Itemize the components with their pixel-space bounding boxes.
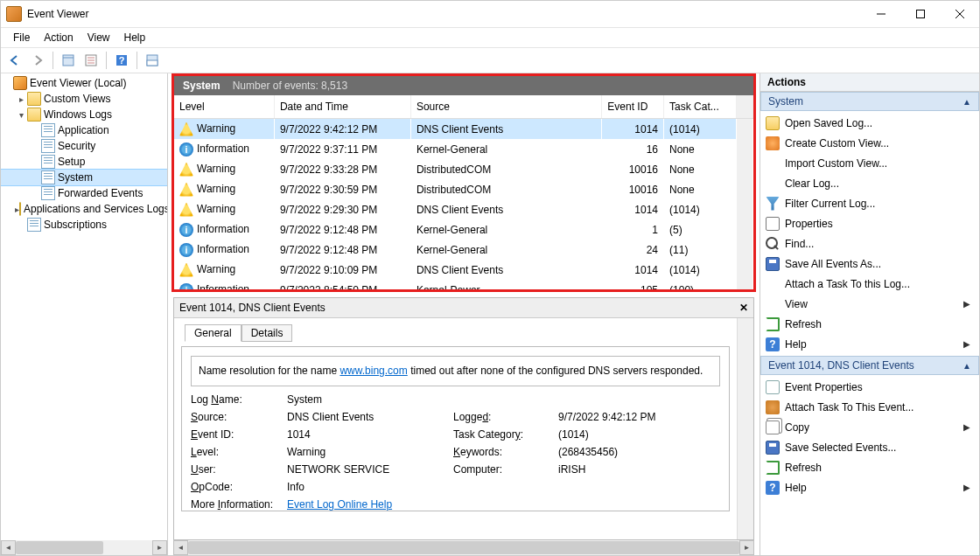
attach-icon <box>766 400 780 414</box>
log-icon <box>41 186 55 200</box>
submenu-arrow-icon: ▶ <box>963 422 970 432</box>
tree-item-applications-and-services-logs[interactable]: ▸Applications and Services Logs <box>1 201 167 217</box>
action-save-all-events-as[interactable]: Save All Events As... <box>760 254 979 274</box>
tree-item-application[interactable]: Application <box>1 122 167 138</box>
detail-key: User: <box>191 463 287 476</box>
message-link[interactable]: www.bing.com <box>340 365 407 377</box>
event-row[interactable]: Information9/7/2022 9:37:11 PMKernel-Gen… <box>174 139 753 159</box>
detail-value: Event Log Online Help <box>287 498 453 511</box>
minimize-button[interactable] <box>861 1 900 27</box>
information-icon <box>179 283 193 290</box>
middle-hscrollbar[interactable]: ◄► <box>173 540 754 555</box>
detail-key: Source: <box>191 411 287 423</box>
event-count: Number of events: 8,513 <box>233 80 347 92</box>
action-view[interactable]: View▶ <box>760 294 979 314</box>
show-tree-button[interactable] <box>58 50 79 71</box>
warning-icon <box>179 163 193 177</box>
detail-value: 9/7/2022 9:42:12 PM <box>558 411 716 423</box>
detail-header: Event 1014, DNS Client Events ✕ <box>174 298 753 318</box>
actions-header: Actions <box>760 73 979 92</box>
event-row[interactable]: Warning9/7/2022 9:10:09 PMDNS Client Eve… <box>174 260 753 280</box>
prop-icon <box>766 217 780 231</box>
tree-root[interactable]: Event Viewer (Local) <box>1 75 167 91</box>
event-row[interactable]: Information9/7/2022 9:12:48 PMKernel-Gen… <box>174 219 753 240</box>
tree-item-security[interactable]: Security <box>1 138 167 154</box>
col-datetime[interactable]: Date and Time <box>274 95 410 119</box>
col-source[interactable]: Source <box>410 95 601 119</box>
create-icon <box>766 136 780 150</box>
detail-key: OpCode: <box>191 481 287 493</box>
actions-section-event[interactable]: Event 1014, DNS Client Events▲ <box>760 356 979 375</box>
warning-icon <box>179 263 193 277</box>
tab-general[interactable]: General <box>185 324 242 342</box>
tree-item-forwarded-events[interactable]: Forwarded Events <box>1 185 167 201</box>
tree-item-subscriptions[interactable]: Subscriptions <box>1 217 167 233</box>
close-button[interactable] <box>940 1 979 27</box>
event-row[interactable]: Warning9/7/2022 9:29:30 PMDNS Client Eve… <box>174 199 753 219</box>
action-copy[interactable]: Copy▶ <box>760 417 979 437</box>
event-message: Name resolution for the name www.bing.co… <box>191 356 720 386</box>
event-row[interactable]: Warning9/7/2022 9:30:59 PMDistributedCOM… <box>174 179 753 199</box>
col-level[interactable]: Level <box>174 95 274 119</box>
detail-value: 1014 <box>287 428 453 441</box>
svg-rect-1 <box>916 10 924 18</box>
action-attach-task-to-this-event[interactable]: Attach Task To This Event... <box>760 397 979 417</box>
event-row[interactable]: Information9/7/2022 9:12:48 PMKernel-Gen… <box>174 240 753 260</box>
tree-item-windows-logs[interactable]: ▾Windows Logs <box>1 107 167 122</box>
event-row[interactable]: Warning9/7/2022 9:33:28 PMDistributedCOM… <box>174 159 753 179</box>
properties-button[interactable] <box>80 50 102 71</box>
event-row[interactable]: Information9/7/2022 8:54:50 PMKernel-Pow… <box>174 280 753 289</box>
menu-view[interactable]: View <box>80 30 117 45</box>
detail-key: Keywords: <box>453 446 558 458</box>
detail-vscrollbar[interactable] <box>737 318 753 539</box>
tree-item-custom-views[interactable]: ▸Custom Views <box>1 91 167 107</box>
action-help[interactable]: Help▶ <box>760 477 979 497</box>
action-refresh[interactable]: Refresh <box>760 314 979 334</box>
tab-details[interactable]: Details <box>242 324 293 342</box>
help-button[interactable]: ? <box>111 50 132 71</box>
action-create-custom-view[interactable]: Create Custom View... <box>760 133 979 153</box>
log-icon <box>27 218 41 232</box>
menu-help[interactable]: Help <box>117 30 153 45</box>
app-window: Event Viewer File Action View Help ? <box>0 0 980 556</box>
online-help-link[interactable]: Event Log Online Help <box>287 498 392 511</box>
action-save-selected-events[interactable]: Save Selected Events... <box>760 437 979 457</box>
menu-bar: File Action View Help <box>1 28 979 48</box>
help-icon <box>766 337 780 351</box>
save-icon <box>766 257 780 271</box>
refresh-icon <box>766 461 780 475</box>
event-row[interactable]: Warning9/7/2022 9:42:12 PMDNS Client Eve… <box>174 119 753 140</box>
detail-value: Warning <box>287 446 453 458</box>
action-attach-a-task-to-this-log[interactable]: Attach a Task To this Log... <box>760 274 979 294</box>
action-open-saved-log[interactable]: Open Saved Log... <box>760 113 979 133</box>
title-bar: Event Viewer <box>1 1 979 28</box>
menu-action[interactable]: Action <box>37 30 80 45</box>
action-help[interactable]: Help▶ <box>760 334 979 354</box>
action-event-properties[interactable]: Event Properties <box>760 377 979 397</box>
actions-section-system[interactable]: System▲ <box>760 92 979 111</box>
log-icon <box>41 123 55 137</box>
back-button[interactable] <box>4 50 25 71</box>
detail-key: Level: <box>191 446 287 458</box>
forward-button[interactable] <box>27 50 48 71</box>
col-taskcat[interactable]: Task Cat... <box>664 95 737 119</box>
tree-hscrollbar[interactable]: ◄► <box>1 540 167 555</box>
detail-value: DNS Client Events <box>287 411 453 423</box>
detail-key: Task Category: <box>453 428 558 441</box>
detail-close-button[interactable]: ✕ <box>739 302 748 314</box>
action-clear-log[interactable]: Clear Log... <box>760 173 979 193</box>
tree-item-setup[interactable]: Setup <box>1 154 167 170</box>
action-properties[interactable]: Properties <box>760 213 979 233</box>
menu-file[interactable]: File <box>6 30 37 45</box>
event-table[interactable]: Level Date and Time Source Event ID Task… <box>174 95 753 289</box>
tree-item-system[interactable]: System <box>1 170 167 185</box>
action-refresh[interactable]: Refresh <box>760 457 979 477</box>
action-import-custom-view[interactable]: Import Custom View... <box>760 153 979 173</box>
action-find[interactable]: Find... <box>760 233 979 254</box>
maximize-button[interactable] <box>900 1 940 27</box>
preview-button[interactable] <box>142 50 163 71</box>
information-icon <box>179 142 193 156</box>
action-filter-current-log[interactable]: Filter Current Log... <box>760 193 979 213</box>
log-icon <box>41 155 55 169</box>
col-eventid[interactable]: Event ID <box>602 95 664 119</box>
